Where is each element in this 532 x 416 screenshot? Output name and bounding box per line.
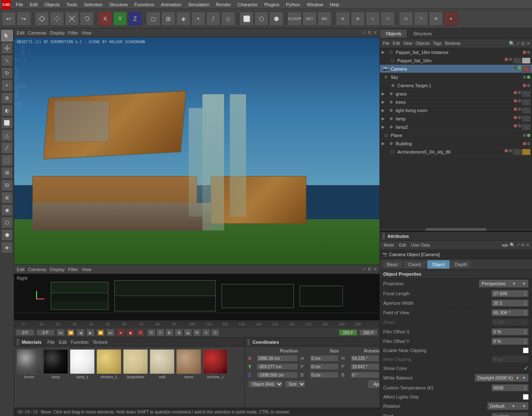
size-system-select[interactable]: Size <box>285 380 305 388</box>
tool-move[interactable] <box>1 42 13 54</box>
bvp-edit[interactable]: Edit <box>17 267 25 272</box>
tool-paint[interactable]: ⬡ <box>1 217 13 228</box>
obj-file[interactable]: File <box>382 41 391 46</box>
tool-smooth[interactable]: ◈ <box>1 242 13 253</box>
obj-scroll-thumb[interactable] <box>426 228 486 231</box>
tool-create[interactable]: + <box>1 80 13 91</box>
tool-pen[interactable]: △ <box>1 130 13 141</box>
prop-checkbox-show-cone[interactable]: ✔ <box>524 365 529 372</box>
obj-edit[interactable]: Edit <box>392 41 401 46</box>
focal-up-arrow[interactable]: ▲ <box>524 291 527 294</box>
bvp-expand-icon[interactable]: ⤢ <box>362 267 366 272</box>
live-select-button[interactable] <box>35 12 49 26</box>
y-axis-button[interactable]: Y <box>113 12 127 26</box>
prop-value-projection[interactable]: Perspective ▼ <box>479 279 529 288</box>
prop-value-film-y[interactable]: 0 % ▲ ▼ <box>491 338 529 345</box>
obj-render-grass[interactable] <box>518 91 521 94</box>
material-item-stone[interactable]: stone <box>176 349 201 379</box>
obj-tags[interactable]: Tags <box>432 41 443 46</box>
attr-edit[interactable]: Edit <box>398 243 407 247</box>
obj-vis-sky[interactable] <box>523 76 526 79</box>
bvp-display[interactable]: Display <box>50 267 65 272</box>
menu-edit[interactable]: Edit <box>27 1 41 8</box>
extra-btn-1[interactable]: ⊞ <box>147 329 155 336</box>
material-item-beige[interactable]: beigeMate <box>123 349 148 379</box>
tool-sculpt[interactable]: ⬢ <box>1 229 13 241</box>
prop-checkbox-near-clip-en[interactable] <box>523 347 529 353</box>
tool-magnet[interactable]: ⊟ <box>1 179 13 191</box>
extra-btn-2[interactable]: ⊟ <box>156 329 165 336</box>
menu-plugins[interactable]: Plugins <box>261 1 283 8</box>
prev-key-button[interactable]: ⏪ <box>66 329 75 336</box>
obj-close-icon[interactable]: ✕ <box>526 41 530 46</box>
prop-value-white-balance[interactable]: Daylight (6500 K) ▼ <box>475 374 529 382</box>
obj-vis-dot-p18m[interactable] <box>505 58 508 61</box>
mat-texture[interactable]: Texture <box>91 340 109 345</box>
auto-key-button[interactable]: A <box>136 329 145 336</box>
tool-mirror[interactable]: ≣ <box>1 192 13 203</box>
material-item-lamp1[interactable]: lamp_1 <box>70 349 95 379</box>
extra-btn-8[interactable]: ⚙ <box>211 329 219 336</box>
obj-vis-plane[interactable] <box>523 134 526 137</box>
obj-lamp2[interactable]: ▶ ⊕ lamp2 <box>380 123 532 131</box>
play-back-button[interactable]: ◀ <box>76 329 85 336</box>
prop-value-fov[interactable]: 65.306 ° ▲ ▼ <box>491 309 529 316</box>
filmx-up-arrow[interactable]: ▲ <box>524 329 527 332</box>
x-axis-button[interactable]: X <box>98 12 112 26</box>
prop-value-focal[interactable]: 27.699 ▲ ▼ <box>491 290 529 297</box>
menu-help[interactable]: Help <box>326 1 342 8</box>
pos-z-input[interactable] <box>256 372 298 378</box>
prop-value-film-x[interactable]: 0 % ▲ ▼ <box>491 328 529 335</box>
attr-user-data[interactable]: User Data <box>410 243 431 247</box>
array-button[interactable]: ⊞ <box>351 12 365 26</box>
extra-btn-4[interactable]: ◑ <box>175 329 183 336</box>
render-settings-button[interactable]: ⚙ <box>429 12 443 26</box>
extra-btn-5[interactable]: ◒ <box>184 329 192 336</box>
main-3d-viewport[interactable]: OBJECTS (C) BY EVERMOTION S.C - SCENE BY… <box>14 37 379 264</box>
record-button[interactable]: ● <box>116 329 125 336</box>
vp-display[interactable]: Display <box>50 30 65 35</box>
obj-settings-icon[interactable]: ⚙ <box>521 41 525 46</box>
obj-camera-target[interactable]: ⊕ Camera.Target.1 <box>380 81 532 90</box>
rot-p-input[interactable] <box>350 363 379 370</box>
scale-tool-button[interactable] <box>65 12 79 26</box>
rot-b-input[interactable] <box>350 372 379 378</box>
record-button[interactable]: ● <box>444 12 458 26</box>
end-frame-input-2[interactable] <box>359 329 378 336</box>
current-frame-input[interactable]: 0 F <box>36 329 55 336</box>
aperture-spinbox-arrows[interactable]: ▲ ▼ <box>524 300 527 306</box>
vp-filter[interactable]: Filter <box>68 30 78 35</box>
obj-search-icon[interactable]: 🔍 <box>509 41 515 46</box>
attr-mode[interactable]: Mode <box>382 243 395 247</box>
size-x-input[interactable] <box>310 355 339 362</box>
menu-selection[interactable]: Selection <box>81 1 106 8</box>
attr-tab-object[interactable]: Object <box>427 260 450 269</box>
model-mode-button[interactable]: ◻ <box>146 12 160 26</box>
filmy-down-arrow[interactable]: ▼ <box>524 341 527 344</box>
attr-close-icon[interactable]: ✕ <box>526 242 530 248</box>
move-tool-button[interactable] <box>50 12 64 26</box>
fov-down-arrow[interactable]: ▼ <box>524 313 527 316</box>
mat-edit[interactable]: Edit <box>57 340 69 345</box>
tool-line[interactable]: ╱ <box>1 142 13 154</box>
tool-scale[interactable]: ⤡ <box>1 55 13 66</box>
prop-checkbox-affect-lights[interactable] <box>523 394 529 400</box>
extra-btn-6[interactable]: ◓ <box>193 329 201 336</box>
undo-button[interactable]: ↩ <box>2 12 16 26</box>
material-item-window1[interactable]: window_1 <box>96 349 121 379</box>
edge-mode-button[interactable]: / <box>206 12 220 26</box>
extra-btn-3[interactable]: ◐ <box>165 329 174 336</box>
menu-window[interactable]: Window <box>303 1 326 8</box>
menu-file[interactable]: File <box>12 1 27 8</box>
obj-vis-dot-cam[interactable] <box>514 66 517 69</box>
vp-expand-icon[interactable]: ⤢ <box>362 30 366 35</box>
attr-settings-icon[interactable]: ⚙ <box>521 242 525 248</box>
tool-select[interactable] <box>1 30 13 42</box>
menu-functions[interactable]: Functions <box>131 1 158 8</box>
obj-lamp[interactable]: ▶ ⊕ lamp <box>380 115 532 123</box>
vp-edit[interactable]: Edit <box>17 30 25 35</box>
obj-scroll-bar[interactable] <box>380 228 532 231</box>
obj-active-plane[interactable] <box>527 134 530 137</box>
material-item-window1b[interactable]: window_1 <box>203 349 228 379</box>
tool-knife[interactable]: ◐ <box>1 105 13 116</box>
